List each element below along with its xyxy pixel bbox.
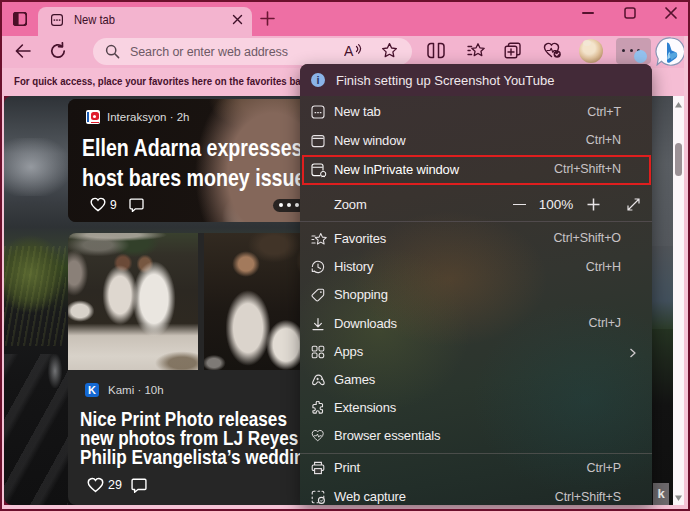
svg-text:A: A (344, 43, 354, 59)
